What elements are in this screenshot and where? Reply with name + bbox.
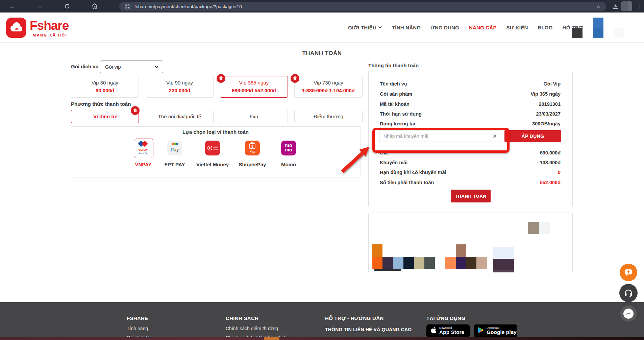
support-fab-button[interactable] xyxy=(619,284,638,302)
summary-total-value: - 138.000đ xyxy=(380,160,561,165)
chat-bubble-icon xyxy=(624,268,633,277)
wallet-fptpay-label[interactable]: FPT PAY xyxy=(158,162,192,167)
wallet-vnpay[interactable]: VNPAY Scan to Pay xyxy=(134,139,153,158)
headset-icon xyxy=(624,288,633,298)
redacted-block xyxy=(528,222,539,234)
forward-icon[interactable]: → xyxy=(35,0,45,13)
redacted-block xyxy=(456,257,466,269)
redacted-block xyxy=(493,270,514,272)
google-play-icon xyxy=(477,326,484,335)
apple-icon xyxy=(430,326,437,336)
plan-name: Vip 30 ngày xyxy=(71,80,139,86)
redacted-block xyxy=(403,257,414,269)
svg-text:viettel: viettel xyxy=(213,146,218,148)
wallet-shopeepay-icon[interactable]: S Pay xyxy=(245,141,260,155)
summary-row-value: 23/03/2027 xyxy=(380,111,561,117)
site-info-icon[interactable] xyxy=(125,4,130,9)
wallet-shopeepay-label[interactable]: ShopeePay xyxy=(236,162,269,167)
nav-tinh-nang[interactable]: TÍNH NĂNG xyxy=(392,25,421,30)
fshare-logo-text[interactable]: Fshare xyxy=(30,19,69,33)
pay-button[interactable]: THANH TOÁN xyxy=(451,190,491,202)
payment-method-label: Phương thức thanh toán xyxy=(71,101,131,107)
redacted-block xyxy=(539,222,550,234)
redacted-block xyxy=(445,257,456,269)
service-package-label: Gói dịch vụ xyxy=(71,64,99,69)
badge-big-text: Google play xyxy=(487,330,517,335)
redacted-block xyxy=(493,259,514,270)
redacted-block xyxy=(382,257,393,269)
svg-text:Pay: Pay xyxy=(249,150,255,153)
apply-promo-button[interactable]: ÁP DỤNG xyxy=(504,130,561,142)
badge-big-text: App Store xyxy=(439,330,464,335)
google-play-badge[interactable]: DownloadGoogle play xyxy=(474,324,517,337)
svg-text:money: money xyxy=(213,148,219,150)
redacted-mosaic xyxy=(369,213,572,273)
service-package-select[interactable]: Gói vip xyxy=(100,60,163,73)
wallet-fptpay-icon[interactable]: Pay xyxy=(167,141,182,155)
header-redacted-block-blue xyxy=(593,18,603,38)
redacted-block xyxy=(456,244,466,257)
bookmark-star-icon[interactable]: ☆ xyxy=(596,3,601,9)
footer-contact-heading: THÔNG TIN LIÊN HỆ VÀ QUẢNG CÁO xyxy=(325,327,412,332)
footer-link-tinh-nang[interactable]: Tính năng xyxy=(127,326,148,331)
summary-title: Thông tin thanh toán xyxy=(368,63,419,68)
svg-text:momo money: momo money xyxy=(288,152,295,154)
summary-row-value: Gói Vip xyxy=(380,81,561,87)
home-icon[interactable] xyxy=(92,3,98,10)
gift-badge-icon xyxy=(131,106,140,115)
back-icon[interactable]: ← xyxy=(7,0,17,13)
browser-menu-icon[interactable]: ⋮ xyxy=(635,0,644,13)
messenger-fab-button[interactable] xyxy=(620,306,637,322)
header-redacted-block-dark xyxy=(572,28,583,38)
chevron-down-icon xyxy=(378,26,382,29)
nav-gioi-thieu[interactable]: GIỚI THIỆU xyxy=(348,25,382,30)
plan-card-vip730[interactable]: Vip 730 ngày 1.380.000đ 1.104.000đ xyxy=(294,76,363,98)
nav-nang-cap[interactable]: NÂNG CẤP xyxy=(469,25,497,30)
footer-heading-chinh-sach: CHÍNH SÁCH xyxy=(226,315,258,321)
footer-heading-ho-tro: HỖ TRỢ - HƯỚNG DẪN xyxy=(325,315,383,321)
plan-card-vip365[interactable]: Vip 365 ngày 690.000đ 552.000đ xyxy=(220,76,288,98)
svg-text:S: S xyxy=(251,145,254,148)
wallet-momo-icon[interactable]: mo mo momo money xyxy=(281,141,296,155)
plan-card-vip90[interactable]: Vip 90 ngày 230.000đ xyxy=(146,76,214,98)
url-text: fshare.vn/payment/checkout/package/?pack… xyxy=(134,4,242,9)
main-nav: GIỚI THIỆU TÍNH NĂNG ỨNG DỤNG NÂNG CẤP S… xyxy=(348,13,583,42)
plan-card-vip30[interactable]: Vip 30 ngày 90.000đ xyxy=(71,76,139,98)
footer-link-diem-thuong[interactable]: Chính sách điểm thưởng xyxy=(226,326,278,331)
app-store-badge[interactable]: DownloadApp Store xyxy=(426,324,470,337)
method-fxu[interactable]: Fxu xyxy=(220,110,288,123)
plan-name: Vip 365 ngày xyxy=(220,80,288,86)
redacted-block xyxy=(374,270,401,271)
refresh-icon[interactable] xyxy=(64,3,70,10)
url-bar[interactable]: fshare.vn/payment/checkout/package/?pack… xyxy=(119,2,606,11)
messenger-icon xyxy=(623,308,634,319)
method-diem-thuong[interactable]: Điểm thưởng xyxy=(294,110,363,123)
redacted-block xyxy=(493,247,514,259)
wallet-vnpay-label[interactable]: VNPAY xyxy=(126,162,160,167)
service-package-value: Gói vip xyxy=(105,64,121,70)
wallet-viettel-money-icon[interactable]: viettel money xyxy=(205,141,220,155)
svg-text:Scan to Pay: Scan to Pay xyxy=(139,152,148,154)
svg-text:VNPAY: VNPAY xyxy=(139,148,148,152)
wallet-momo-label[interactable]: Momo xyxy=(272,162,305,167)
nav-ung-dung[interactable]: ỨNG DỤNG xyxy=(430,25,459,30)
svg-text:Pay: Pay xyxy=(171,147,179,152)
wallet-viettel-label[interactable]: Viettel Money xyxy=(191,162,234,167)
bottom-strip xyxy=(0,337,644,340)
nav-blog[interactable]: BLOG xyxy=(538,25,552,30)
site-footer xyxy=(0,302,644,340)
redacted-block xyxy=(466,257,476,269)
redacted-promo-panel xyxy=(368,213,573,273)
downloads-icon[interactable] xyxy=(613,3,619,11)
svg-text:mo: mo xyxy=(285,147,292,152)
nav-su-kien[interactable]: SỰ KIỆN xyxy=(506,25,528,30)
redacted-block xyxy=(393,257,403,269)
browser-toolbar: ← → fshare.vn/payment/checkout/package/?… xyxy=(0,0,644,13)
method-card[interactable]: Thẻ nội địa/quốc tế xyxy=(146,110,214,123)
gift-badge-icon xyxy=(217,74,225,83)
browser-profile-avatar[interactable] xyxy=(621,1,632,11)
method-e-wallet[interactable]: Ví điện tử xyxy=(71,110,139,123)
fshare-logo-icon[interactable] xyxy=(6,18,26,38)
chat-fab-button[interactable] xyxy=(620,264,637,281)
summary-total-value: 552.000đ xyxy=(380,180,561,185)
